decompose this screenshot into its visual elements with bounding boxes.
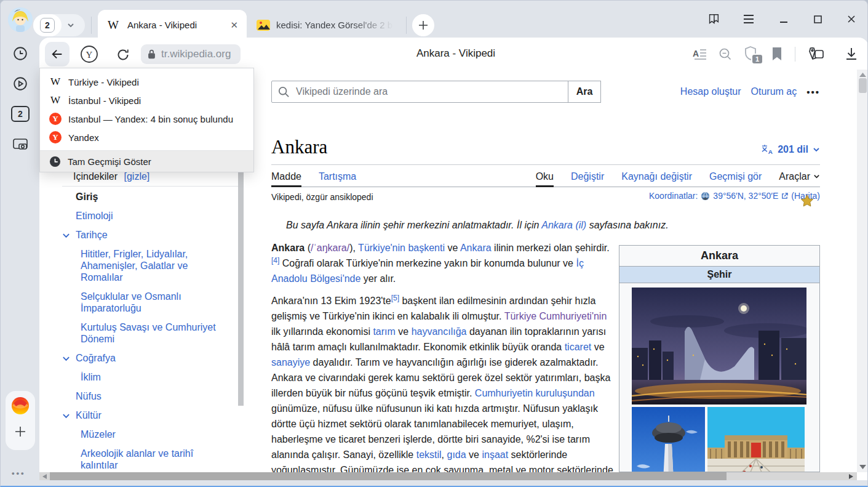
reader-mode-button[interactable]: A (692, 46, 708, 62)
create-account-link[interactable]: Hesap oluştur (680, 86, 741, 97)
toc-item[interactable]: Hititler, Frigler, Lidyalılar, Ahamenişl… (62, 248, 241, 283)
page-vertical-scrollbar[interactable] (857, 70, 868, 472)
history-menu-item[interactable]: Wİstanbul - Vikipedi (40, 91, 253, 110)
toc-scrollbar[interactable] (238, 171, 244, 406)
scroll-right-arrow[interactable] (849, 474, 853, 479)
sidebar-more-dots[interactable]: ••• (12, 469, 26, 478)
maximize-button[interactable] (810, 11, 826, 27)
article-link[interactable]: Türkiye Cumhuriyeti'nin (504, 311, 607, 321)
bookmark-page-button[interactable] (770, 46, 784, 62)
article-tab-de-i-tir[interactable]: Değiştir (571, 167, 604, 187)
text-segment: ( (305, 243, 311, 253)
browser-menu-button[interactable] (741, 11, 757, 27)
close-window-button[interactable] (843, 11, 859, 27)
scroll-left-arrow[interactable] (42, 474, 47, 479)
maximize-icon (813, 15, 822, 24)
tab-counter-control[interactable]: 2 (33, 14, 85, 36)
ankara-skyline-photo[interactable] (632, 288, 806, 404)
history-button[interactable] (9, 42, 32, 65)
article-link[interactable]: Ankara (460, 243, 492, 253)
show-full-history-item[interactable]: Tam Geçmişi Göster (40, 151, 253, 172)
media-button[interactable] (9, 72, 32, 95)
article-link[interactable]: başkenti (408, 243, 445, 253)
toc-item[interactable]: Etimoloji (62, 210, 241, 222)
article-link[interactable]: hayvancılığa (412, 326, 467, 337)
article-link[interactable]: Cumhuriyetin kuruluşundan (475, 388, 595, 398)
minimize-button[interactable] (776, 11, 792, 27)
profile-avatar[interactable] (8, 7, 33, 32)
tab-label: Araçlar (779, 171, 810, 182)
article-tab-kayna-de-i-tir[interactable]: Kaynağı değiştir (621, 167, 692, 187)
wiki-search[interactable] (271, 81, 568, 103)
address-bar[interactable]: tr.wikipedia.org (141, 44, 241, 64)
yandex-services-button[interactable]: Y (79, 44, 99, 64)
back-button[interactable] (45, 42, 70, 66)
page-horizontal-scrollbar[interactable] (39, 472, 857, 480)
article-link[interactable]: [4] (271, 256, 279, 265)
toc-item[interactable]: Tarihçe (62, 229, 241, 241)
article-tab-oku[interactable]: Oku (536, 167, 554, 187)
toc-item-label: Giriş (76, 191, 98, 203)
tab-close-icon[interactable]: ✕ (230, 20, 238, 31)
toolbar-page-title: Ankara - Vikipedi (345, 47, 567, 60)
scroll-down-arrow[interactable] (859, 465, 866, 470)
tab-kedisi[interactable]: kedisi: Yandex Görsel'de 2 b (248, 10, 405, 40)
tabs-panel-button[interactable]: 2 (9, 102, 32, 126)
yandex-circle-icon: Y (80, 45, 98, 63)
chevron-down-icon[interactable] (62, 409, 76, 421)
zoom-page-button[interactable] (717, 46, 733, 62)
more-options-dots[interactable]: ••• (806, 87, 820, 97)
downloads-button[interactable] (843, 46, 859, 62)
article-link[interactable]: ticaret (565, 342, 592, 352)
yandex-browser-logo[interactable] (10, 396, 30, 416)
article-tab-ge-mi-i-g-r[interactable]: Geçmişi gör (709, 167, 762, 187)
article-link[interactable]: Ankara (il) (541, 220, 586, 230)
search-button[interactable]: Ara (568, 81, 601, 103)
history-menu-item[interactable]: WTürkiye - Vikipedi (40, 73, 253, 91)
article-link[interactable]: gıda (447, 449, 466, 460)
toc-item[interactable]: İklim (62, 371, 241, 383)
article-link[interactable]: /ˈaŋkara/ (311, 243, 349, 253)
reload-button[interactable] (114, 46, 132, 64)
toc-item[interactable]: Nüfus (62, 390, 241, 402)
scrollbar-thumb[interactable] (859, 78, 867, 93)
toc-item[interactable]: Coğrafya (62, 352, 241, 364)
toc-item[interactable]: Arkeolojik alanlar ve tarihî kalıntılar (62, 448, 241, 471)
toc-item[interactable]: Müzeler (62, 429, 241, 440)
article-link[interactable]: sanayiye (271, 357, 310, 368)
chevron-down-icon[interactable] (62, 229, 76, 241)
toc-item[interactable]: Selçuklular ve Osmanlı İmparatorluğu (62, 291, 241, 314)
history-menu-item[interactable]: YYandex (40, 128, 253, 147)
coordinates[interactable]: Koordinatlar: 39°56′N, 32°50′E (Harita) (649, 191, 820, 201)
bookmarks-panel-button[interactable] (706, 11, 722, 27)
featured-star-icon[interactable] (800, 194, 814, 207)
screenshot-button[interactable] (9, 132, 32, 156)
article-link[interactable]: tarım (373, 326, 395, 337)
toc-item[interactable]: Kültür (62, 409, 241, 421)
new-tab-button[interactable] (412, 14, 434, 36)
collections-button[interactable] (808, 46, 825, 63)
article-link[interactable]: tekstil (416, 449, 442, 460)
new-tab-sidebar-button[interactable] (10, 422, 30, 441)
tab-ankara[interactable]: W Ankara - Vikipedi ✕ (98, 10, 247, 40)
login-link[interactable]: Oturum aç (751, 86, 797, 97)
history-menu-item[interactable]: YIstanbul — Yandex: 4 bin sonuç bulundu (40, 110, 253, 128)
article-link[interactable]: Türkiye'nin (358, 243, 405, 253)
anitkabir-photo[interactable] (707, 407, 805, 472)
chevron-down-icon[interactable] (62, 352, 76, 364)
article-link[interactable]: [5] (391, 294, 399, 302)
protect-shield-button[interactable]: 1 (742, 45, 759, 62)
article-tab-madde[interactable]: Madde (271, 167, 301, 187)
article-link[interactable]: inşaat (482, 449, 508, 460)
search-input[interactable] (295, 86, 531, 98)
atakule-tower-photo[interactable] (632, 407, 705, 472)
article-tab-tart-ma[interactable]: Tartışma (319, 167, 356, 187)
toc-item[interactable]: Kurtuluş Savaşı ve Cumhuriyet Dönemi (62, 321, 241, 345)
language-selector[interactable]: A 201 dil (761, 144, 820, 155)
article-tab-ara-lar[interactable]: Araçlar (779, 167, 820, 187)
toc-item[interactable]: Giriş (62, 191, 241, 203)
scroll-up-arrow[interactable] (859, 72, 866, 77)
scrollbar-thumb[interactable] (50, 472, 727, 480)
toc-hide-link[interactable]: [gizle] (124, 171, 149, 182)
infobox: Ankara Şehir (619, 245, 820, 472)
